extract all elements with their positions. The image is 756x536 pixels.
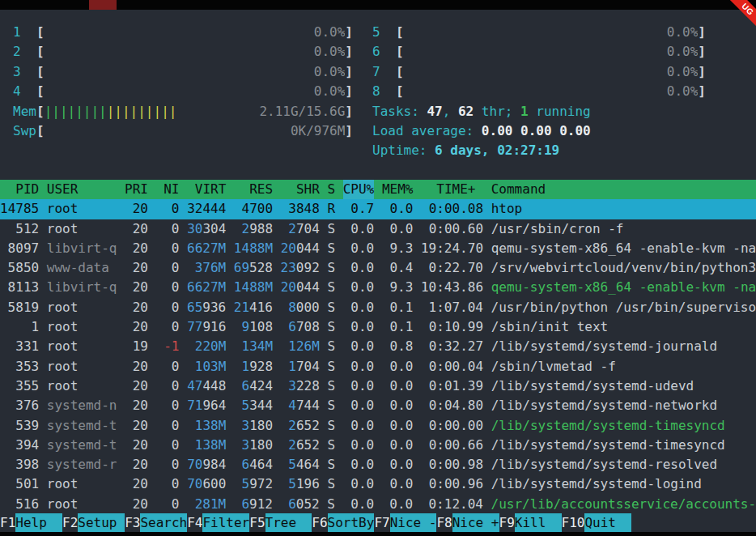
column-header-ni[interactable]: NI — [156, 180, 180, 199]
cell-res: 69528 — [234, 258, 273, 278]
column-header-virt[interactable]: VIRT — [187, 180, 226, 199]
fkey-filter[interactable]: F4Filter — [187, 513, 249, 533]
cell-pri: 20 — [125, 474, 148, 494]
process-row-512[interactable]: 512root2003030429882704S0.00.00:00.60/us… — [0, 219, 756, 239]
cell-shr: 2704 — [281, 219, 320, 239]
uptime-part-0: Uptime: — [372, 141, 435, 160]
memory-meter-label: Mem — [13, 102, 36, 121]
fkey-label: Quit — [584, 513, 631, 533]
fkey-nice-+[interactable]: F8Nice + — [436, 513, 499, 533]
fkey-label: Kill — [515, 513, 562, 533]
swap-meter: Swp[0K/976M] — [13, 121, 353, 141]
process-row-5850[interactable]: 5850www-data200376M6952823092S0.00.40:22… — [0, 258, 756, 278]
process-row-8097[interactable]: 8097libvirt-q2006627M1488M20044S0.09.319… — [0, 239, 756, 258]
fkey-kill[interactable]: F9Kill — [499, 513, 562, 533]
process-row-1[interactable]: 1root2007791691086708S0.00.10:10.99/sbin… — [0, 317, 756, 337]
fkey-quit[interactable]: F10Quit — [562, 513, 632, 533]
cell-ni: 0 — [156, 376, 180, 396]
cell-res: 1488M — [234, 239, 273, 258]
column-header-pri[interactable]: PRI — [125, 180, 148, 199]
cpu-meter-6-open-bracket: [ — [396, 42, 404, 62]
cell-command: htop — [491, 199, 756, 219]
cell-shr: 2652 — [281, 416, 320, 436]
process-row-376[interactable]: 376systemd-n2007196453444744S0.00.00:04.… — [0, 396, 756, 415]
column-header-pid[interactable]: PID — [0, 180, 39, 199]
mem-value-minor: 304 — [202, 221, 226, 236]
cell-cpu-percent: 0.0 — [343, 298, 375, 317]
cell-cpu-percent: 0.0 — [343, 337, 375, 356]
mem-value-minor: 936 — [202, 300, 226, 315]
cell-time: 0:00.08 — [421, 199, 483, 219]
mem-value-minor: 228 — [296, 378, 320, 393]
mem-value-minor: 652 — [296, 418, 320, 433]
cell-mem-percent: 0.0 — [382, 357, 414, 376]
process-row-539[interactable]: 539systemd-t200138M31802652S0.00.00:00.0… — [0, 416, 756, 436]
column-header-s[interactable]: S — [327, 180, 335, 199]
load-average-part-3: 0.00 — [559, 121, 591, 141]
cell-pid: 539 — [0, 416, 39, 436]
cell-ni: 0 — [156, 278, 180, 297]
cell-command: /sbin/init text — [491, 317, 756, 337]
mem-value-minor: 988 — [249, 221, 273, 236]
cpu-meter-4-close-bracket: ] — [345, 82, 353, 101]
cell-time: 0:10.99 — [421, 317, 483, 337]
mem-value-major: 376M — [195, 260, 227, 275]
fkey-help[interactable]: F1Help — [0, 513, 62, 533]
fkey-setup[interactable]: F2Setup — [62, 513, 125, 533]
terminal: 1[0.0%]2[0.0%]3[0.0%]4[0.0%]Mem[||||||||… — [0, 10, 756, 532]
mem-value-major: 3 — [288, 378, 296, 393]
cell-pid: 516 — [0, 495, 39, 514]
process-row-5819[interactable]: 5819root20065936214168000S0.00.11:07.04/… — [0, 298, 756, 317]
cell-pri: 20 — [125, 416, 148, 436]
cell-command: /sbin/lvmetad -f — [491, 357, 756, 376]
cell-state: S — [327, 219, 335, 239]
cell-ni: 0 — [156, 474, 180, 494]
cpu-meter-1: 1[0.0%] — [13, 23, 353, 42]
process-row-398[interactable]: 398systemd-r2007098464645464S0.00.00:00.… — [0, 455, 756, 474]
cell-res: 6912 — [234, 495, 273, 514]
process-row-501[interactable]: 501root2007060059725196S0.00.00:00.96/li… — [0, 474, 756, 494]
mem-value-minor: 424 — [249, 378, 273, 393]
column-header-res[interactable]: RES — [234, 180, 273, 199]
cell-res: 6424 — [234, 376, 273, 396]
column-header-mem[interactable]: MEM% — [382, 180, 414, 199]
fkey-sortby[interactable]: F6SortBy — [312, 513, 374, 533]
process-row-394[interactable]: 394systemd-t200138M31802652S0.00.00:00.6… — [0, 436, 756, 455]
cell-pid: 1 — [0, 317, 39, 337]
cell-shr: 3848 — [281, 199, 320, 219]
cell-res: 2988 — [234, 219, 273, 239]
process-row-355[interactable]: 355root2004744864243228S0.00.00:01.39/li… — [0, 376, 756, 396]
cpu-meter-1-value: 0.0% — [314, 23, 346, 42]
cell-virt: 77916 — [187, 317, 226, 337]
process-row-353[interactable]: 353root200103M19281704S0.00.00:00.04/sbi… — [0, 357, 756, 376]
process-row-8113[interactable]: 8113libvirt-q2006627M1488M20044S0.09.310… — [0, 278, 756, 297]
cell-user: root — [47, 474, 117, 494]
fkey-search[interactable]: F3Search — [125, 513, 187, 533]
cell-cpu-percent: 0.0 — [343, 495, 375, 514]
cell-command: /srv/webvirtcloud/venv/bin/python3 — [491, 258, 756, 278]
meters-left-column: 1[0.0%]2[0.0%]3[0.0%]4[0.0%]Mem[||||||||… — [13, 23, 353, 161]
mem-value-major: 71 — [187, 398, 202, 413]
mem-value-minor: 196 — [296, 476, 320, 491]
cell-state: S — [327, 455, 335, 474]
cell-virt: 65936 — [187, 298, 226, 317]
process-row-14785[interactable]: 14785root2003244447003848R0.70.00:00.08h… — [0, 199, 756, 219]
cell-pid: 398 — [0, 455, 39, 474]
mem-value-major: 2 — [288, 418, 296, 433]
process-row-516[interactable]: 516root200281M69126052S0.00.00:12.04/usr… — [0, 495, 756, 514]
cell-state: S — [327, 357, 335, 376]
cell-cpu-percent: 0.0 — [343, 436, 375, 455]
fkey-nice--[interactable]: F7Nice - — [374, 513, 436, 533]
column-header-shr[interactable]: SHR — [281, 180, 320, 199]
fkey-tree[interactable]: F5Tree — [249, 513, 312, 533]
column-header-time[interactable]: TIME+ — [421, 180, 483, 199]
cell-res: 1488M — [234, 278, 273, 297]
column-header-cpu[interactable]: CPU% — [343, 180, 375, 199]
column-header-user[interactable]: USER — [47, 180, 117, 199]
cell-user: libvirt-q — [47, 278, 117, 297]
column-header-command[interactable]: Command — [491, 180, 756, 199]
cpu-meter-4-open-bracket: [ — [36, 82, 45, 101]
process-row-331[interactable]: 331root19-1220M134M126MS0.00.80:32.27/li… — [0, 337, 756, 356]
cell-pri: 20 — [125, 495, 148, 514]
cpu-meter-2: 2[0.0%] — [13, 42, 353, 62]
